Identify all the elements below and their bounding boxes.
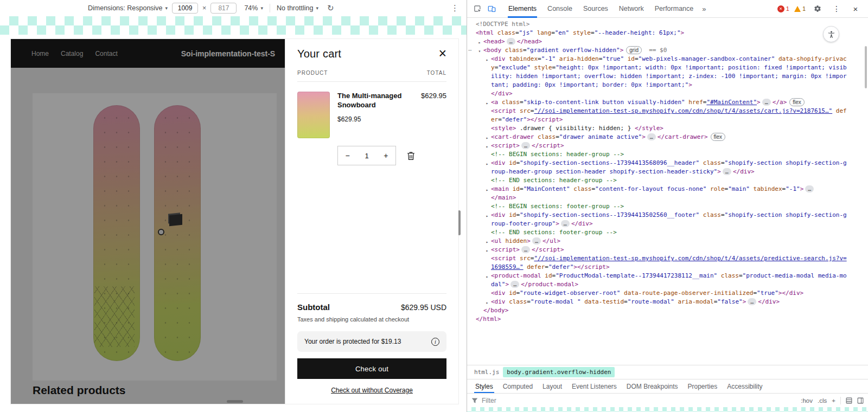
viewport-height-input[interactable]: 817: [210, 3, 237, 14]
rotate-viewport-icon[interactable]: ↻: [327, 3, 334, 13]
code-line[interactable]: <!DOCTYPE html>: [467, 20, 848, 29]
code-line[interactable]: ▸<div id="shopify-section-sections--1739…: [467, 211, 848, 228]
viewport-width-input[interactable]: 1009: [172, 3, 198, 14]
devtools-menu-kebab-icon[interactable]: ⋮: [829, 2, 844, 16]
code-line[interactable]: ▸<script>…</script>: [467, 141, 848, 150]
tab-network[interactable]: Network: [614, 0, 649, 18]
code-token: "gradient overflow-hidden": [527, 47, 620, 54]
media-query-ruler[interactable]: [0, 16, 467, 35]
remove-item-trash-icon[interactable]: [407, 151, 415, 160]
close-devtools-icon[interactable]: ×: [848, 2, 863, 16]
tab-dom-breakpoints[interactable]: DOM Breakpoints: [622, 379, 683, 393]
code-line[interactable]: ▸<div class="route-modal " data-testid="…: [467, 298, 848, 306]
code-line[interactable]: ▸<product-modal id="ProductModal-templat…: [467, 272, 848, 289]
expand-children-button[interactable]: …: [748, 298, 756, 305]
device-options-kebab-icon[interactable]: ⋮: [451, 3, 459, 13]
error-count-badge[interactable]: × 1: [777, 5, 789, 12]
tab-computed[interactable]: Computed: [498, 379, 538, 393]
code-line[interactable]: <!-- END sections: header-group -->: [467, 176, 848, 185]
code-line[interactable]: <!-- BEGIN sections: footer-group -->: [467, 202, 848, 211]
tab-sources[interactable]: Sources: [578, 0, 614, 18]
tab-event-listeners[interactable]: Event Listeners: [567, 379, 622, 393]
expand-arrow-icon[interactable]: ▸: [484, 56, 490, 65]
expand-children-button[interactable]: …: [507, 38, 515, 45]
code-line[interactable]: ▸<div id="shopify-section-sections--1739…: [467, 159, 848, 176]
elements-tree-scrollbar[interactable]: [865, 46, 867, 88]
funnel-filter-icon: [471, 397, 478, 404]
toggle-device-toolbar-icon[interactable]: [484, 2, 499, 16]
flex-badge[interactable]: flex: [789, 98, 805, 106]
code-line[interactable]: ▸<script>…</script>: [467, 246, 848, 254]
tab-layout[interactable]: Layout: [538, 379, 567, 393]
breadcrumb-html[interactable]: html.js: [470, 367, 503, 377]
info-icon[interactable]: i: [431, 338, 439, 346]
code-line[interactable]: </main>: [467, 194, 848, 202]
expand-arrow-icon[interactable]: ▸: [484, 212, 490, 221]
code-line[interactable]: </div>: [467, 89, 848, 98]
code-line[interactable]: ▸<cart-drawer class="drawer animate acti…: [467, 133, 848, 141]
expand-arrow-icon[interactable]: ▸: [484, 273, 490, 281]
tab-properties[interactable]: Properties: [683, 379, 723, 393]
expand-arrow-icon[interactable]: ▸: [484, 160, 490, 169]
code-line[interactable]: ▸<head>…</head>: [467, 37, 848, 46]
devtools-tabs: Elements Console Sources Network Perform…: [503, 0, 699, 18]
tab-performance[interactable]: Performance: [649, 0, 699, 18]
cart-item-thumbnail[interactable]: [297, 92, 330, 138]
code-line[interactable]: ▸<a class="skip-to-content-link button v…: [467, 98, 848, 107]
expand-children-button[interactable]: …: [723, 168, 731, 175]
close-icon[interactable]: ×: [438, 48, 446, 59]
code-line[interactable]: <div id="route-widget-observer-root" dat…: [467, 289, 848, 298]
code-line[interactable]: ▸<main id="MainContent" class="content-f…: [467, 185, 848, 194]
tab-console[interactable]: Console: [542, 0, 578, 18]
code-line[interactable]: <!-- BEGIN sections: header-group -->: [467, 150, 848, 159]
bottom-media-query-ruler[interactable]: [467, 407, 868, 412]
zoom-select[interactable]: 74% ▾: [244, 4, 263, 12]
settings-gear-icon[interactable]: [810, 2, 825, 16]
toggle-element-state-button[interactable]: :hov: [801, 397, 813, 404]
inspect-element-icon[interactable]: [470, 2, 484, 16]
tab-accessibility[interactable]: Accessibility: [722, 379, 767, 393]
code-line[interactable]: <!-- END sections: footer-group -->: [467, 228, 848, 237]
code-line[interactable]: <script src="//soi-implementation-test-s…: [467, 107, 848, 124]
throttling-select[interactable]: No throttling ▾: [277, 4, 318, 12]
grid-badge[interactable]: grid: [626, 46, 642, 54]
code-line[interactable]: ⋯▾<body class="gradient overflow-hidden"…: [467, 46, 848, 55]
expand-children-button[interactable]: …: [532, 237, 541, 244]
checkout-button[interactable]: Check out: [297, 358, 446, 379]
filter-input[interactable]: Filter: [482, 397, 496, 404]
expand-children-button[interactable]: …: [647, 133, 656, 140]
quantity-decrease-button[interactable]: −: [338, 151, 357, 160]
breadcrumb-body[interactable]: body.gradient.overflow-hidden: [503, 367, 615, 377]
dimensions-select[interactable]: Dimensions: Responsive ▾: [88, 4, 168, 12]
code-line[interactable]: <script src="//soi-implementation-test-s…: [467, 254, 848, 272]
code-line[interactable]: <style> .drawer { visibility: hidden; } …: [467, 124, 848, 133]
expand-children-button[interactable]: …: [521, 246, 530, 253]
code-token: "//soi-implementation-test-sp.myshopify.…: [534, 107, 832, 114]
code-line[interactable]: </html>: [467, 315, 848, 324]
new-style-rule-button[interactable]: +: [832, 397, 835, 404]
computed-styles-icon[interactable]: [846, 397, 852, 404]
expand-children-button[interactable]: …: [521, 142, 530, 149]
expand-children-button[interactable]: …: [762, 99, 771, 106]
code-line[interactable]: <html class="js" lang="en" style="--head…: [467, 29, 848, 37]
expand-children-button[interactable]: …: [561, 220, 570, 227]
element-classes-button[interactable]: .cls: [818, 397, 827, 404]
tab-styles[interactable]: Styles: [470, 379, 498, 393]
flex-badge[interactable]: flex: [711, 133, 726, 141]
tab-elements[interactable]: Elements: [503, 0, 542, 18]
checkout-without-coverage-link[interactable]: Check out without Coverage: [297, 387, 446, 394]
expand-children-button[interactable]: …: [805, 185, 814, 192]
hover-dots-icon[interactable]: ⋯: [468, 46, 472, 55]
accessibility-person-icon[interactable]: [823, 26, 839, 42]
quantity-value[interactable]: 1: [357, 152, 376, 160]
code-line[interactable]: </body>: [467, 306, 848, 315]
cart-item-name[interactable]: The Multi-managed Snowboard: [337, 92, 405, 110]
code-line[interactable]: ▸<div tabindex="-1" aria-hidden="true" i…: [467, 55, 848, 89]
dock-sidebar-icon[interactable]: [857, 397, 864, 404]
code-token: <head>: [483, 38, 505, 45]
code-line[interactable]: ▸<ul hidden>…</ul>: [467, 237, 848, 246]
warning-count-badge[interactable]: 1: [794, 5, 806, 12]
more-tabs-icon[interactable]: »: [699, 5, 709, 13]
quantity-increase-button[interactable]: +: [376, 151, 395, 160]
expand-children-button[interactable]: …: [510, 281, 519, 288]
